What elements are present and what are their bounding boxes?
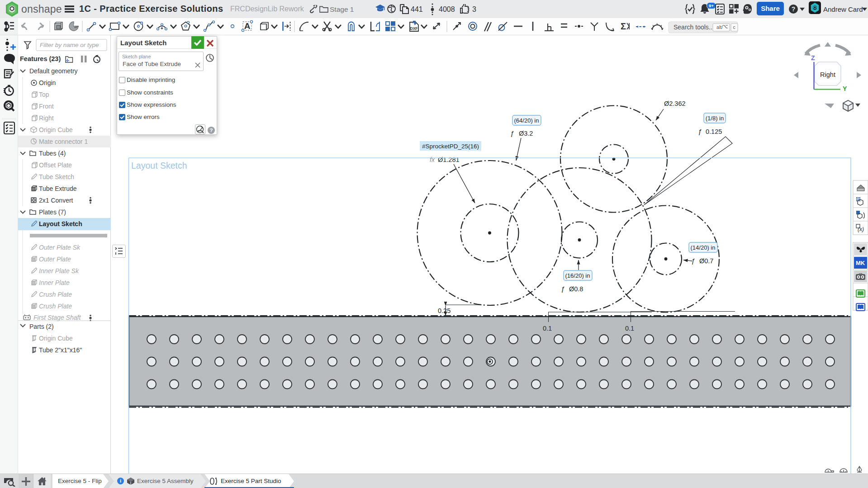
svg-text:First Stage Shaft: First Stage Shaft: [33, 314, 81, 321]
svg-text:Plates (7): Plates (7): [39, 208, 66, 216]
svg-text:Origin: Origin: [39, 79, 56, 86]
svg-text:(64/20) in: (64/20) in: [514, 117, 539, 124]
svg-text:Ø2.362: Ø2.362: [664, 100, 686, 107]
svg-text:Crush Plate: Crush Plate: [39, 291, 72, 298]
svg-text:Right: Right: [820, 71, 835, 78]
svg-text:●●●: ●●●: [859, 272, 862, 275]
svg-text:Features (23): Features (23): [20, 55, 61, 62]
svg-text:Tube Extrude: Tube Extrude: [39, 185, 77, 192]
svg-text:(16/20) in: (16/20) in: [565, 272, 590, 279]
svg-text:Layout Sketch: Layout Sketch: [39, 220, 82, 227]
svg-text:Ø0.7: Ø0.7: [699, 257, 713, 265]
svg-text:A: A: [244, 21, 251, 31]
svg-text:(1/8) in: (1/8) in: [706, 115, 724, 122]
svg-text:(x): (x): [858, 226, 864, 232]
svg-text:Parts (2): Parts (2): [29, 323, 54, 330]
svg-text:Tube 2"x1"x16": Tube 2"x1"x16": [39, 346, 82, 354]
svg-text:0.1: 0.1: [543, 325, 552, 332]
svg-text:alt/: alt/: [716, 24, 723, 30]
svg-text:2x1 Convert: 2x1 Convert: [39, 197, 73, 204]
svg-text:0.1: 0.1: [625, 325, 634, 332]
svg-text:Σ: Σ: [621, 21, 626, 31]
svg-text:ƒ: ƒ: [510, 129, 514, 137]
svg-text:Ø0.8: Ø0.8: [569, 285, 583, 293]
svg-text:MK: MK: [856, 260, 865, 266]
svg-text:Y: Y: [843, 85, 847, 92]
svg-text:Tube Sketch: Tube Sketch: [39, 173, 74, 180]
svg-text:Default geometry: Default geometry: [29, 67, 78, 75]
svg-text:Search tools...: Search tools...: [674, 24, 714, 31]
svg-text:Z: Z: [811, 54, 815, 62]
svg-text:Filter by name or type: Filter by name or type: [40, 42, 99, 48]
svg-text:Ø3.2: Ø3.2: [519, 130, 533, 137]
svg-text:Layout Sketch: Layout Sketch: [131, 161, 187, 171]
svg-text:fx: fx: [430, 156, 435, 163]
svg-text:#SprocketPD_25(16): #SprocketPD_25(16): [422, 143, 479, 150]
svg-text:Inner Plate Sk: Inner Plate Sk: [39, 267, 79, 275]
svg-text:Mate connector 1: Mate connector 1: [39, 138, 88, 145]
svg-text:?: ?: [792, 5, 796, 13]
svg-text:Top: Top: [39, 91, 49, 98]
svg-text:Ø1.281: Ø1.281: [438, 156, 460, 163]
svg-text:DXF: DXF: [410, 26, 418, 31]
svg-text:Offset Plate: Offset Plate: [39, 161, 72, 169]
svg-text:Crush Plate: Crush Plate: [39, 303, 72, 310]
svg-text:Right: Right: [39, 114, 54, 122]
svg-text:Front: Front: [39, 103, 54, 110]
svg-text:Outer Plate: Outer Plate: [39, 256, 71, 263]
svg-text:ƒ: ƒ: [698, 128, 702, 135]
svg-text:Origin Cube: Origin Cube: [39, 126, 73, 133]
svg-text:Outer Plate Sk: Outer Plate Sk: [39, 244, 81, 251]
svg-text:Inner Plate: Inner Plate: [39, 279, 70, 286]
svg-text:ƒ: ƒ: [561, 285, 564, 293]
svg-text:Tubes (4): Tubes (4): [39, 150, 66, 157]
svg-text:0.125: 0.125: [706, 128, 722, 135]
svg-text:Origin Cube: Origin Cube: [39, 335, 73, 342]
svg-text:(14/20) in: (14/20) in: [691, 244, 716, 251]
svg-text:c: c: [733, 24, 735, 30]
svg-text:0.25: 0.25: [438, 307, 451, 314]
